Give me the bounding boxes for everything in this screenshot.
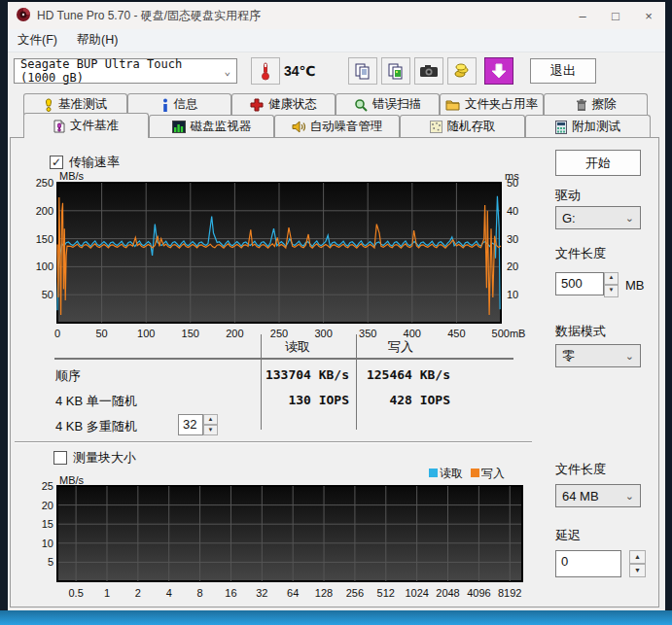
desktop-left-edge <box>0 0 8 625</box>
stepper-down-icon[interactable]: ▼ <box>203 425 218 435</box>
block-file-length-select[interactable]: 64 MB ⌄ <box>555 484 641 507</box>
block-size-chart: 0.51248163264128256512102420484096819225… <box>28 476 544 605</box>
coins-icon <box>453 62 471 80</box>
4k-single-write-value: 428 IOPS <box>343 393 450 407</box>
svg-text:256: 256 <box>346 587 364 599</box>
start-button[interactable]: 开始 <box>555 150 641 176</box>
svg-text:150: 150 <box>36 233 53 245</box>
tab-folder-usage[interactable]: 文件夹占用率 <box>440 93 544 115</box>
trash-icon <box>576 98 587 112</box>
transfer-rate-chart: 25020015010050MB/sms50403020100501001502… <box>28 171 530 344</box>
thermometer-icon <box>260 61 271 81</box>
svg-text:25: 25 <box>42 480 53 492</box>
tab-disk-monitor[interactable]: 磁盘监视器 <box>149 115 274 138</box>
maximize-button[interactable]: □ <box>599 2 632 29</box>
tab-row-secondary: 基准测试 信息 健康状态 错误扫描 文件夹占用率 擦除 <box>23 93 648 115</box>
file-length-stepper[interactable]: 500 ▲ ▼ <box>555 272 619 297</box>
chevron-down-icon: ⌄ <box>625 490 640 503</box>
checkbox-checked-icon: ✓ <box>50 156 63 169</box>
stepper-down-icon[interactable]: ▼ <box>629 564 646 577</box>
tab-benchmark[interactable]: 基准测试 <box>23 93 127 115</box>
svg-text:250: 250 <box>36 177 53 189</box>
target-drive-select[interactable]: G: ⌄ <box>555 206 641 229</box>
stepper-up-icon[interactable]: ▲ <box>604 272 619 285</box>
bar-chart-icon <box>172 121 186 133</box>
stepper-down-icon[interactable]: ▼ <box>604 285 619 297</box>
menu-file[interactable]: 文件(F) <box>8 29 67 52</box>
hdtune-window: HD Tune Pro 5.70 - 硬盘/固态硬盘实用程序 – □ × 文件(… <box>8 2 665 610</box>
svg-text:10: 10 <box>507 289 518 300</box>
stepper-up-icon[interactable]: ▲ <box>629 550 646 564</box>
delay-value[interactable]: 0 <box>555 550 621 577</box>
tab-aam[interactable]: 自动噪音管理 <box>274 115 400 138</box>
row-label-4k-multi: 4 KB 多重随机 <box>55 418 137 435</box>
drive-select-value: Seagate BUP Ultra Touch (1000 gB) <box>20 57 224 85</box>
exit-button[interactable]: 退出 <box>530 58 596 84</box>
tab-file-benchmark[interactable]: 文件基准 <box>23 113 149 138</box>
file-length-value[interactable]: 500 <box>555 272 604 295</box>
svg-text:MB/s: MB/s <box>59 171 85 182</box>
health-cross-icon <box>250 98 264 112</box>
copy-text-button[interactable] <box>348 57 377 85</box>
data-mode-select[interactable]: 零 ⌄ <box>555 344 641 367</box>
tab-error-scan[interactable]: 错误扫描 <box>336 93 440 115</box>
file-length-unit: MB <box>625 278 645 293</box>
row-label-sequential: 顺序 <box>55 367 81 385</box>
tab-row-primary: 文件基准 磁盘监视器 自动噪音管理 随机存取 附加测试 <box>23 115 651 138</box>
chevron-down-icon: ⌄ <box>224 65 236 78</box>
svg-text:128: 128 <box>315 587 333 599</box>
stepper-up-icon[interactable]: ▲ <box>203 414 218 425</box>
svg-text:64: 64 <box>287 587 299 599</box>
copy-icon <box>354 62 371 80</box>
copy-image-button[interactable] <box>381 57 410 85</box>
download-update-button[interactable] <box>484 57 513 85</box>
menu-help[interactable]: 帮助(H) <box>67 29 127 52</box>
svg-text:50: 50 <box>42 289 53 300</box>
svg-text:2: 2 <box>135 587 141 599</box>
transfer-rate-checkbox[interactable]: ✓ 传输速率 <box>50 154 120 171</box>
seq-read-value: 133704 KB/s <box>242 367 349 382</box>
copy-image-icon <box>387 62 405 80</box>
col-header-read: 读取 <box>285 338 310 356</box>
svg-text:1024: 1024 <box>405 587 428 599</box>
svg-text:512: 512 <box>377 587 395 599</box>
svg-text:5: 5 <box>48 556 53 568</box>
svg-text:30: 30 <box>507 233 518 245</box>
temperature-button[interactable] <box>251 57 280 85</box>
app-logo-icon <box>16 7 31 25</box>
delay-input[interactable]: 0 <box>555 550 621 577</box>
queue-depth-stepper[interactable]: 32 ▲ ▼ <box>178 414 218 435</box>
tab-erase[interactable]: 擦除 <box>544 93 648 115</box>
tab-health[interactable]: 健康状态 <box>231 93 336 115</box>
svg-text:2048: 2048 <box>436 587 459 599</box>
col-header-write: 写入 <box>388 338 413 356</box>
chevron-down-icon: ⌄ <box>625 350 640 363</box>
close-button[interactable]: × <box>632 2 665 29</box>
screenshot-button[interactable] <box>414 57 443 85</box>
minimize-button[interactable]: – <box>566 2 599 29</box>
drive-select[interactable]: Seagate BUP Ultra Touch (1000 gB) ⌄ <box>14 58 237 84</box>
svg-text:8192: 8192 <box>498 587 521 599</box>
svg-text:4: 4 <box>166 587 172 599</box>
svg-text:20: 20 <box>42 500 53 511</box>
block-size-checkbox[interactable]: 测量块大小 <box>53 449 136 467</box>
svg-text:40: 40 <box>507 205 518 217</box>
title-bar: HD Tune Pro 5.70 - 硬盘/固态硬盘实用程序 – □ × <box>8 2 665 29</box>
svg-text:32: 32 <box>256 587 267 599</box>
window-title: HD Tune Pro 5.70 - 硬盘/固态硬盘实用程序 <box>37 8 566 24</box>
file-benchmark-page: ✓ 传输速率 25020015010050MB/sms5040302010050… <box>10 137 659 608</box>
svg-text:50: 50 <box>507 177 518 189</box>
queue-depth-value[interactable]: 32 <box>178 414 203 435</box>
tab-random-access[interactable]: 随机存取 <box>400 115 525 138</box>
donate-button[interactable] <box>447 57 477 85</box>
drive-label: 驱动 <box>555 187 581 204</box>
chevron-down-icon: ⌄ <box>625 212 640 225</box>
tab-info[interactable]: 信息 <box>127 93 231 115</box>
results-table: 读取 写入 顺序 133704 KB/s 125464 KB/s 4 KB 单一… <box>11 332 531 439</box>
tab-extra-tests[interactable]: 附加测试 <box>525 115 651 138</box>
svg-text:1: 1 <box>104 587 110 599</box>
exclamation-icon <box>44 98 53 112</box>
desktop-right-edge <box>665 0 672 625</box>
checkbox-unchecked-icon <box>53 451 67 465</box>
info-icon <box>161 98 169 112</box>
